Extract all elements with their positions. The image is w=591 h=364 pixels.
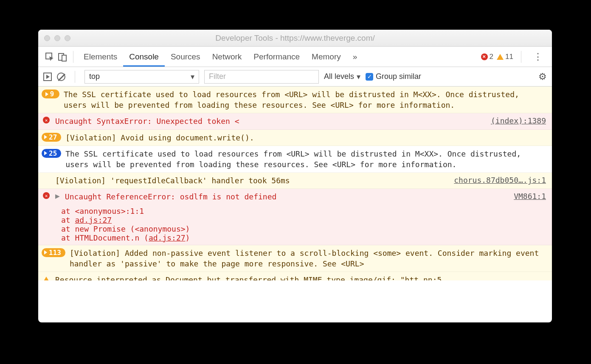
log-message: Resource interpreted as Document but tra…	[55, 274, 546, 280]
clear-console-icon[interactable]	[57, 73, 65, 81]
log-row[interactable]: 27 [Violation] Avoid using document.writ…	[38, 130, 552, 146]
tab-console[interactable]: Console	[123, 47, 165, 67]
stack-source-link[interactable]: ad.js:27	[75, 216, 112, 224]
chevron-down-icon: ▾	[357, 72, 360, 81]
console-settings-icon[interactable]: ⚙	[538, 71, 547, 82]
warning-icon	[497, 54, 504, 60]
tabs-overflow[interactable]: »	[347, 47, 363, 67]
group-similar-label: Group similar	[376, 72, 421, 81]
warning-count-badge[interactable]: 11	[497, 53, 513, 61]
devtools-window: Developer Tools - https://www.theverge.c…	[38, 30, 552, 322]
log-row[interactable]: 9 The SSL certificate used to load resou…	[38, 87, 552, 113]
separator	[73, 51, 73, 63]
toggle-sidebar-icon[interactable]	[43, 73, 52, 81]
tab-network[interactable]: Network	[206, 47, 248, 67]
disclosure-triangle-icon[interactable]: ▶	[55, 191, 60, 200]
log-source-link[interactable]: chorus.87db050….js:1	[454, 175, 546, 185]
warning-count: 11	[505, 53, 513, 61]
log-source-link[interactable]: VM861:1	[514, 191, 546, 201]
inspect-element-icon[interactable]	[43, 50, 56, 63]
context-selector[interactable]: top ▾	[84, 70, 199, 84]
group-similar-toggle[interactable]: Group similar	[366, 72, 421, 81]
console-toolbar: top ▾ All levels ▾ Group similar ⚙	[38, 67, 552, 87]
stack-frame: at HTMLDocument.n (ad.js:27)	[42, 233, 546, 242]
error-icon	[481, 53, 488, 60]
context-value: top	[89, 72, 100, 81]
log-message: [Violation] Added non-passive event list…	[70, 248, 546, 269]
panel-tabbar: Elements Console Sources Network Perform…	[38, 47, 552, 67]
minimize-window-button[interactable]	[54, 35, 60, 41]
log-row[interactable]: 113 [Violation] Added non-passive event …	[38, 245, 552, 272]
window-title: Developer Tools - https://www.theverge.c…	[38, 34, 552, 43]
repeat-count-pill: 25	[42, 149, 61, 158]
log-source-link[interactable]: (index):1389	[491, 116, 546, 125]
warning-icon	[43, 277, 49, 280]
stack-trace: at <anonymous>:1:1 at ad.js:27 at new Pr…	[42, 207, 546, 242]
error-icon	[43, 117, 50, 123]
log-message: The SSL certificate used to load resourc…	[64, 89, 546, 110]
traffic-lights	[44, 35, 70, 41]
svg-rect-2	[62, 55, 66, 61]
log-message: The SSL certificate used to load resourc…	[65, 148, 546, 170]
stack-frame: at new Promise (<anonymous>)	[42, 224, 546, 233]
stack-frame: at <anonymous>:1:1	[42, 207, 546, 216]
filter-input[interactable]	[204, 70, 319, 84]
error-icon	[43, 192, 50, 199]
stack-frame: at ad.js:27	[42, 216, 546, 224]
error-count-badge[interactable]: 2	[481, 53, 493, 61]
device-toolbar-icon[interactable]	[56, 50, 69, 63]
tab-sources[interactable]: Sources	[165, 47, 206, 67]
more-menu-icon[interactable]: ⋮	[529, 51, 547, 62]
error-count: 2	[490, 53, 493, 61]
repeat-count-pill: 27	[42, 133, 61, 142]
levels-label: All levels	[324, 72, 354, 81]
log-row[interactable]: ▶ Uncaught ReferenceError: osdlfm is not…	[38, 189, 552, 245]
log-message: Uncaught SyntaxError: Unexpected token <	[55, 116, 481, 126]
repeat-count-pill: 9	[42, 90, 59, 98]
separator	[521, 51, 521, 63]
console-log-area[interactable]: 9 The SSL certificate used to load resou…	[38, 87, 552, 322]
tab-performance[interactable]: Performance	[248, 47, 306, 67]
spacer	[42, 175, 51, 176]
stack-source-link[interactable]: ad.js:27	[149, 233, 186, 242]
chevron-down-icon: ▾	[191, 72, 194, 81]
log-message: Uncaught ReferenceError: osdlfm is not d…	[65, 191, 504, 202]
tab-elements[interactable]: Elements	[78, 47, 123, 67]
log-row[interactable]: 25 The SSL certificate used to load reso…	[38, 146, 552, 173]
zoom-window-button[interactable]	[65, 35, 70, 41]
log-message: [Violation] 'requestIdleCallback' handle…	[55, 175, 444, 186]
log-row[interactable]: Resource interpreted as Document but tra…	[38, 272, 552, 280]
log-levels-dropdown[interactable]: All levels ▾	[324, 72, 360, 81]
checkbox-checked-icon	[366, 73, 373, 81]
tab-memory[interactable]: Memory	[306, 47, 347, 67]
log-message: [Violation] Avoid using document.write()…	[65, 132, 546, 143]
separator	[75, 71, 75, 83]
titlebar: Developer Tools - https://www.theverge.c…	[38, 30, 552, 47]
close-window-button[interactable]	[44, 35, 50, 41]
log-row[interactable]: Uncaught SyntaxError: Unexpected token <…	[38, 113, 552, 129]
log-row[interactable]: [Violation] 'requestIdleCallback' handle…	[38, 173, 552, 189]
repeat-count-pill: 113	[42, 248, 65, 257]
